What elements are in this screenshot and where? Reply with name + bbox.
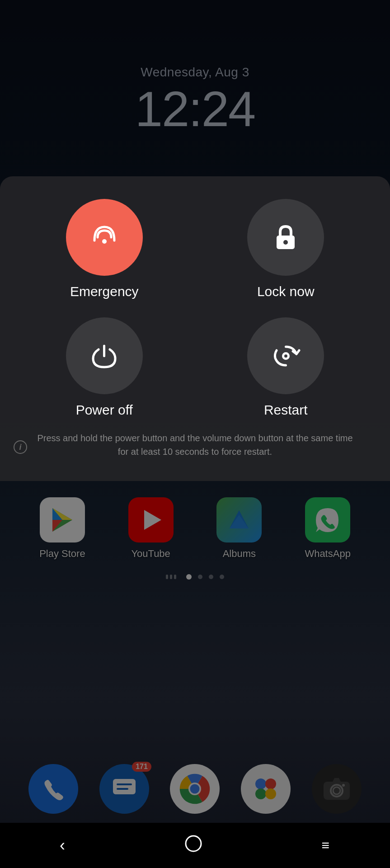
emergency-label: Emergency [70,284,139,299]
restart-button[interactable] [247,317,324,394]
emergency-button[interactable] [66,199,143,276]
nav-recents-button[interactable]: ≡ [304,829,349,862]
power-menu: Emergency Lock now Power off [0,176,390,481]
lock-icon [272,223,299,252]
svg-point-0 [102,239,107,244]
svg-point-2 [283,240,288,245]
lock-now-item: Lock now [209,199,363,299]
power-menu-grid: Emergency Lock now Power off [27,199,363,418]
power-off-button[interactable] [66,317,143,394]
svg-point-3 [283,353,288,359]
emergency-icon [89,222,120,253]
restart-item: Restart [209,317,363,418]
lock-now-button[interactable] [247,199,324,276]
info-icon: i [14,440,27,454]
svg-point-26 [186,836,201,851]
nav-home-button[interactable] [166,826,221,865]
force-restart-text: Press and hold the power button and the … [27,431,363,458]
nav-back-button[interactable]: ‹ [42,827,83,864]
restart-label: Restart [264,402,308,418]
power-off-label: Power off [76,402,133,418]
restart-icon [271,341,301,371]
power-off-item: Power off [27,317,182,418]
power-icon [89,341,119,371]
nav-bar: ‹ ≡ [0,823,390,868]
emergency-item: Emergency [27,199,182,299]
lock-now-label: Lock now [257,284,315,299]
